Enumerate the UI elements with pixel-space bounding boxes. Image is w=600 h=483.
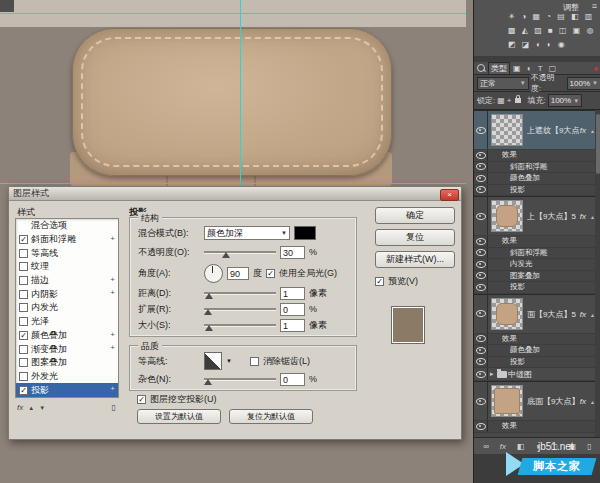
panel-menu-icon[interactable]: ≡ xyxy=(592,1,597,11)
layer-name[interactable]: 效果 xyxy=(502,150,517,160)
visibility-toggle[interactable] xyxy=(474,368,488,380)
layer-row[interactable]: 投影 xyxy=(474,282,595,294)
noise-input[interactable]: 0 xyxy=(280,373,305,386)
add-instance-icon[interactable]: + xyxy=(110,288,115,297)
style-checkbox[interactable] xyxy=(19,372,28,381)
style-checkbox[interactable] xyxy=(19,290,28,299)
layer-name[interactable]: 面【9大点】5 xyxy=(527,308,576,319)
style-list-item[interactable]: 纹理 xyxy=(16,260,118,274)
collapse-effects-icon[interactable]: ▴ xyxy=(591,213,594,220)
adjustment-icons-row[interactable]: ▩ ◭ ▨ ■ ◫ ▣ ◍ xyxy=(508,26,596,35)
reset-default-button[interactable]: 复位为默认值 xyxy=(229,409,313,424)
visibility-toggle[interactable] xyxy=(474,162,488,173)
style-list-item[interactable]: 渐变叠加 + xyxy=(16,342,118,356)
filter-type-dropdown[interactable]: 类型 xyxy=(488,62,510,75)
style-list-item[interactable]: 内发光 xyxy=(16,301,118,315)
add-instance-icon[interactable]: + xyxy=(110,275,115,284)
style-list-item[interactable]: 外发光 xyxy=(16,370,118,384)
lock-all-icon[interactable] xyxy=(515,98,521,103)
style-checkbox[interactable] xyxy=(19,276,28,285)
layer-name[interactable]: 效果 xyxy=(502,334,517,344)
style-list-item[interactable]: 内阴影 + xyxy=(16,287,118,301)
opacity-slider[interactable] xyxy=(204,246,276,258)
layer-thumbnail[interactable] xyxy=(491,200,523,232)
layer-row[interactable]: 斜面和浮雕 xyxy=(474,248,595,260)
layer-row[interactable]: 投影 xyxy=(474,357,595,369)
layers-scrollbar[interactable] xyxy=(595,110,600,437)
adjustment-icons-row[interactable]: ☀ ◑ ▦ ◔ ▤ ◧ ▥ xyxy=(508,12,594,21)
move-up-icon[interactable]: ▲ xyxy=(28,405,34,411)
angle-dial[interactable] xyxy=(204,264,223,283)
visibility-toggle[interactable] xyxy=(474,271,488,282)
visibility-toggle[interactable] xyxy=(474,382,488,420)
layer-row[interactable]: 效果 xyxy=(474,334,595,346)
spread-slider[interactable] xyxy=(204,303,276,315)
layer-row[interactable]: 面【9大点】5 fx ▴ xyxy=(474,294,595,334)
layer-name[interactable]: 斜面和浮雕 xyxy=(510,248,548,258)
layer-row[interactable]: 效果 xyxy=(474,236,595,248)
fill-dropdown[interactable]: 100% ▼ xyxy=(548,94,582,107)
layer-row[interactable]: 内发光 xyxy=(474,259,595,271)
layer-name[interactable]: 效果 xyxy=(502,236,517,246)
style-list-item[interactable]: ✓ 颜色叠加 + xyxy=(16,329,118,343)
fx-menu-icon[interactable]: fx xyxy=(17,403,23,412)
lock-transparency-icon[interactable]: ▦ xyxy=(497,96,505,105)
layer-row[interactable]: 效果 xyxy=(474,421,595,433)
fx-badge[interactable]: fx xyxy=(580,309,586,318)
visibility-toggle[interactable] xyxy=(474,295,488,333)
visibility-toggle[interactable] xyxy=(474,197,488,235)
visibility-toggle[interactable] xyxy=(474,248,488,259)
layer-thumbnail[interactable] xyxy=(491,114,523,146)
layer-name[interactable]: 上遮纹【9大点... xyxy=(527,125,579,136)
fx-badge[interactable]: fx xyxy=(580,126,586,135)
group-expand-icon[interactable]: ▸ xyxy=(490,370,494,378)
slider-handle[interactable] xyxy=(204,309,212,315)
layer-name[interactable]: 颜色叠加 xyxy=(510,173,540,183)
style-list-item[interactable]: 混合选项 xyxy=(16,219,118,233)
style-list-item[interactable]: ✓ 投影 + xyxy=(16,383,118,397)
style-list-item[interactable]: 光泽 xyxy=(16,315,118,329)
add-instance-icon[interactable]: + xyxy=(110,234,115,243)
layer-thumbnail[interactable] xyxy=(491,385,523,417)
layer-name[interactable]: 投影 xyxy=(510,282,525,292)
layer-name[interactable]: 中缝图 xyxy=(508,369,532,380)
size-input[interactable]: 1 xyxy=(280,319,305,332)
style-list-item[interactable]: ✓ 斜面和浮雕 + xyxy=(16,233,118,247)
collapse-effects-icon[interactable]: ▴ xyxy=(591,310,594,317)
layer-name[interactable]: 内发光 xyxy=(510,259,533,269)
fx-badge[interactable]: fx xyxy=(580,397,586,406)
visibility-toggle[interactable] xyxy=(474,173,488,184)
size-slider[interactable] xyxy=(204,319,276,331)
opacity-input[interactable]: 30 xyxy=(280,246,305,259)
layer-row[interactable]: 上【9大点】5 fx ▴ xyxy=(474,196,595,236)
layer-row[interactable]: 斜面和浮雕 xyxy=(474,162,595,174)
filter-toggle-icon[interactable]: ● xyxy=(593,64,598,73)
layer-row[interactable]: 颜色叠加 xyxy=(474,173,595,185)
style-checkbox[interactable] xyxy=(19,345,28,354)
style-checkbox[interactable] xyxy=(19,358,28,367)
layer-name[interactable]: 投影 xyxy=(510,185,525,195)
style-list-item[interactable]: 描边 + xyxy=(16,274,118,288)
visibility-toggle[interactable] xyxy=(474,282,488,293)
contour-thumbnail[interactable] xyxy=(204,352,222,370)
reset-button[interactable]: 复位 xyxy=(375,229,455,246)
opacity-dropdown[interactable]: 100% ▼ xyxy=(567,77,600,90)
noise-slider[interactable] xyxy=(204,373,276,385)
style-list-item[interactable]: 图案叠加 xyxy=(16,356,118,370)
blend-mode-dropdown[interactable]: 正常 ▼ xyxy=(477,77,529,90)
layer-row[interactable]: 投影 xyxy=(474,185,595,197)
set-default-button[interactable]: 设置为默认值 xyxy=(137,409,221,424)
dialog-titlebar[interactable]: 图层样式 × xyxy=(9,187,461,201)
delete-style-icon[interactable]: ▯ xyxy=(112,403,116,412)
lock-position-icon[interactable]: + xyxy=(507,96,512,105)
fx-badge[interactable]: fx xyxy=(580,212,586,221)
layer-name[interactable]: 底面【9大点】5 xyxy=(527,396,579,407)
new-style-button[interactable]: 新建样式(W)... xyxy=(375,251,455,268)
layer-name[interactable]: 图案叠加 xyxy=(510,271,540,281)
visibility-toggle[interactable] xyxy=(474,357,488,368)
layer-row[interactable]: 颜色叠加 xyxy=(474,345,595,357)
style-list-item[interactable]: 等高线 xyxy=(16,246,118,260)
add-instance-icon[interactable]: + xyxy=(110,384,115,393)
layer-name[interactable]: 效果 xyxy=(502,421,517,431)
visibility-toggle[interactable] xyxy=(474,421,488,432)
